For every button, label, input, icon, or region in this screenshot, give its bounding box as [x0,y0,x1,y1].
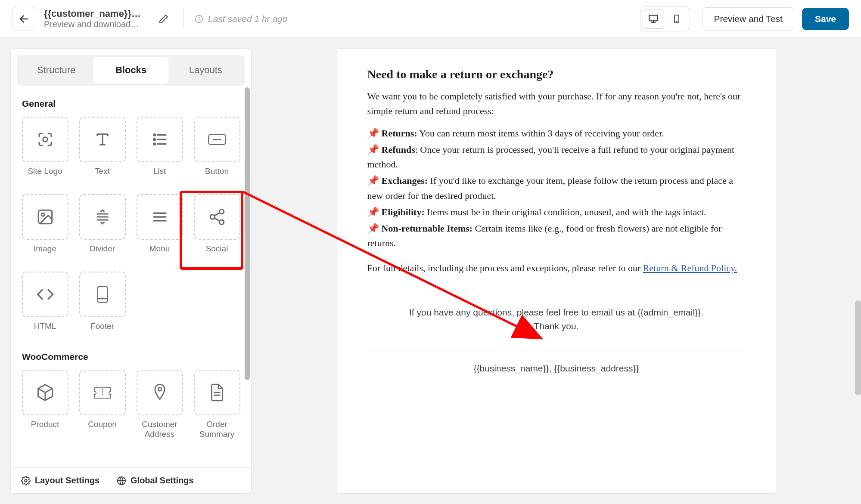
global-settings-label: Global Settings [131,476,194,485]
save-button[interactable]: Save [802,8,849,30]
html-icon [22,272,68,317]
block-text[interactable]: Text [78,117,127,186]
email-canvas[interactable]: Need to make a return or exchange? We wa… [337,48,776,494]
block-label: Divider [90,244,115,264]
details-paragraph: For full details, including the process … [367,261,746,275]
svg-point-15 [154,143,155,145]
block-label: Order Summary [192,420,242,439]
pin-icon: 📌 [367,223,379,234]
block-label: Product [31,420,59,439]
tab-structure[interactable]: Structure [19,57,93,83]
svg-point-35 [158,387,162,391]
coupon-icon [79,370,126,415]
pin-icon: 📌 [367,207,379,217]
block-product[interactable]: Product [20,370,70,439]
topbar: {{customer_name}},… Preview and download… [0,0,861,38]
block-label: Menu [149,244,170,264]
svg-line-29 [214,213,220,216]
block-image[interactable]: Image [20,194,70,264]
block-label: List [153,167,166,186]
svg-point-38 [25,479,27,482]
tab-layouts[interactable]: Layouts [168,57,243,83]
sidebar-footer: Layout Settings Global Settings [11,467,251,493]
block-site-logo[interactable]: Site Logo [20,117,70,186]
sidebar-tabs: Structure Blocks Layouts [17,55,245,86]
global-settings-button[interactable]: Global Settings [117,476,194,485]
vertical-divider [183,9,184,29]
return-policy-link[interactable]: Return & Refund Policy. [643,263,737,273]
block-label: Image [34,244,56,264]
page-scrollbar[interactable] [853,38,861,504]
page-subtitle: Preview and download… [44,19,143,29]
back-button[interactable] [12,7,36,31]
block-label: Customer Address [135,420,184,439]
pencil-icon [159,14,169,24]
svg-rect-2 [650,15,658,21]
block-footer[interactable]: Footer [78,272,127,341]
social-icon [194,194,240,240]
canvas-divider [367,350,746,350]
divider-icon [79,194,126,240]
section-general: General [22,99,242,109]
product-icon [22,370,68,415]
block-label: Text [95,167,110,186]
sidebar-scrollbar[interactable] [243,87,251,462]
customer-address-icon [137,370,183,415]
footer-text: If you have any questions, please feel f… [367,306,746,333]
tab-blocks[interactable]: Blocks [93,57,168,83]
block-coupon[interactable]: Coupon [78,370,127,439]
policy-item: 📌Exchanges: If you'd like to exchange yo… [367,173,746,203]
policy-item: 📌Non-returnable Items: Certain items lik… [367,221,746,250]
svg-point-13 [154,134,155,136]
block-label: Coupon [88,420,117,439]
svg-point-7 [43,137,47,142]
email-heading: Need to make a return or exchange? [367,68,746,81]
preview-test-button[interactable]: Preview and Test [702,7,794,31]
mobile-icon [671,14,682,24]
pin-icon: 📌 [367,144,379,155]
order-summary-icon [194,370,240,415]
sidebar: Structure Blocks Layouts General Site Lo… [10,48,252,494]
device-toggle [640,6,690,31]
mobile-view-button[interactable] [666,9,687,29]
svg-point-14 [154,139,155,140]
policy-item: 📌Eligibility: Items must be in their ori… [367,205,746,220]
desktop-view-button[interactable] [643,9,664,29]
text-icon [79,117,126,162]
block-menu[interactable]: Menu [135,194,184,264]
layout-settings-button[interactable]: Layout Settings [21,476,99,485]
canvas-wrap: Need to make a return or exchange? We wa… [262,48,851,494]
block-label: Site Logo [28,167,62,186]
block-social[interactable]: Social [192,194,242,264]
block-customer-address[interactable]: Customer Address [135,370,184,439]
gear-icon [21,476,31,485]
pin-icon: 📌 [367,175,379,186]
block-label: HTML [34,322,56,341]
site-logo-icon [22,117,68,162]
business-line: {{business_name}}, {{business_address}} [367,363,746,374]
general-blocks-grid: Site LogoTextListButtonImageDividerMenuS… [20,117,242,341]
footer-icon [79,272,126,317]
page-title: {{customer_name}},… [44,8,143,19]
list-icon [137,117,183,162]
block-label: Footer [90,322,114,341]
policy-list: 📌Returns: You can return most items with… [367,126,746,250]
block-button[interactable]: Button [192,117,242,186]
footer-thanks: Thank you. [534,321,579,331]
block-label: Social [206,244,228,264]
globe-icon [117,476,126,485]
woo-blocks-grid: ProductCouponCustomer AddressOrder Summa… [20,370,242,439]
block-list[interactable]: List [135,117,184,186]
desktop-icon [648,13,659,25]
arrow-left-icon [19,13,30,25]
block-divider[interactable]: Divider [78,194,127,264]
sidebar-scroll[interactable]: General Site LogoTextListButtonImageDivi… [11,92,251,467]
policy-item: 📌Refunds: Once your return is processed,… [367,142,746,172]
image-icon [22,194,68,240]
block-html[interactable]: HTML [20,272,70,341]
block-order-summary[interactable]: Order Summary [192,370,242,439]
pin-icon: 📌 [367,128,379,139]
button-icon [194,117,240,162]
policy-item: 📌Returns: You can return most items with… [367,126,746,141]
rename-button[interactable] [154,9,173,28]
